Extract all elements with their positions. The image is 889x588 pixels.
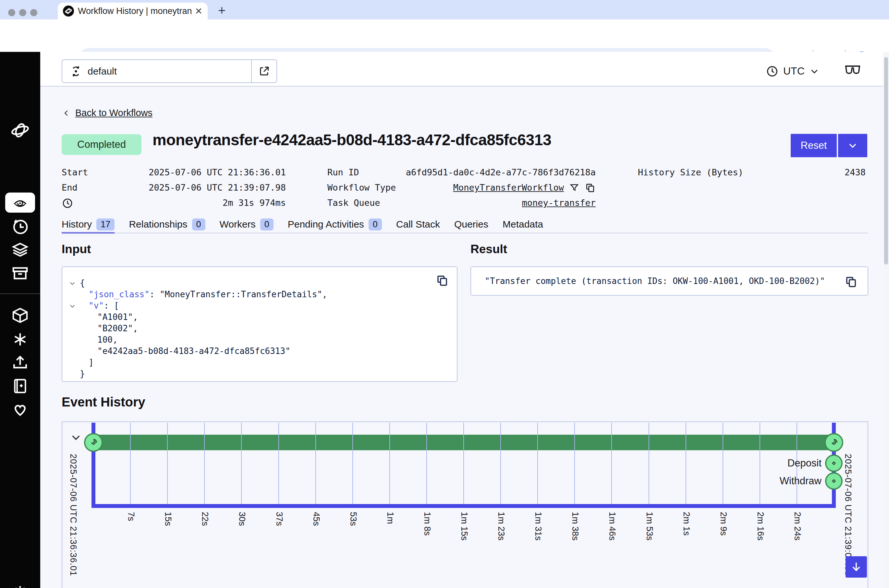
scroll-to-bottom-button[interactable] <box>845 556 867 578</box>
result-section-title: Result <box>471 243 507 256</box>
time-tick-label: 45s <box>311 512 321 526</box>
json-line: "A1001", <box>62 312 457 323</box>
reset-dropdown-button[interactable] <box>838 134 867 157</box>
sidebar-item-import[interactable] <box>11 354 29 372</box>
json-line: ] <box>62 357 457 368</box>
tab-pending-activities[interactable]: Pending Activities0 <box>288 217 382 232</box>
workflow-id-title: moneytransfer-e4242aa5-b08d-4183-a472-df… <box>152 131 551 149</box>
back-link-label: Back to Workflows <box>75 108 152 118</box>
run-id-value: a6fd95d1-da0c-4d2e-a77c-786f3d76218a <box>390 166 596 179</box>
clock-icon <box>766 65 779 78</box>
chevron-left-icon <box>62 108 71 118</box>
gridline <box>130 423 131 504</box>
json-line: } <box>62 368 457 380</box>
browser-tab-strip: Workflow History | moneytran ✕ + <box>0 0 889 20</box>
workflow-type-group: MoneyTransferWorkflow <box>390 181 596 194</box>
collapse-chevron-icon[interactable] <box>69 280 76 287</box>
time-tick-label: 15s <box>163 512 173 526</box>
time-tick-label: 2m 16s <box>755 512 766 541</box>
workflow-spiral-icon <box>89 438 98 447</box>
input-section-title: Input <box>62 243 91 256</box>
browser-window: Workflow History | moneytran ✕ + localho… <box>0 0 889 588</box>
duration-value: 2m 31s 974ms <box>104 196 286 209</box>
tab-relationships[interactable]: Relationships0 <box>129 217 205 232</box>
gridline <box>241 423 242 504</box>
task-queue-link[interactable]: money-transfer <box>522 198 596 208</box>
window-minimize-button[interactable] <box>19 9 26 16</box>
start-value: 2025-07-06 UTC 21:36:36.01 <box>104 166 286 179</box>
tab-close-icon[interactable]: ✕ <box>195 6 203 16</box>
copy-icon[interactable] <box>844 275 858 288</box>
theme-toggle-sun-icon[interactable] <box>11 584 29 588</box>
collapse-chevron-icon[interactable] <box>69 302 76 309</box>
gridline <box>278 423 279 504</box>
labs-glasses-icon[interactable] <box>844 63 862 78</box>
new-tab-button[interactable]: + <box>218 3 226 18</box>
tabs-divider <box>62 233 868 233</box>
tab-metadata[interactable]: Metadata <box>502 217 543 232</box>
sidebar-item-batch-operations[interactable] <box>11 240 29 259</box>
tab-count-badge: 0 <box>192 219 205 231</box>
copy-icon[interactable] <box>435 274 449 287</box>
activity-row-label: Deposit <box>737 454 821 472</box>
timeline-start-timestamp: 2025-07-06 UTC 21:36:36.01 <box>68 454 78 576</box>
namespace-selector[interactable]: default <box>62 59 277 83</box>
activity-event-marker-withdraw[interactable] <box>825 472 842 490</box>
tab-label: Relationships <box>129 219 187 230</box>
gridline <box>352 423 353 504</box>
end-label: End <box>62 181 78 194</box>
json-line: { <box>62 278 457 289</box>
window-zoom-button[interactable] <box>30 9 37 16</box>
time-tick-label: 2m 1s <box>681 512 691 536</box>
activity-row-label: Withdraw <box>737 472 821 490</box>
json-line: "B2002", <box>62 323 457 334</box>
timeline-panel: 2025-07-06 UTC 21:36:36.01 2025-07-06 UT… <box>62 422 868 588</box>
arrow-down-icon <box>850 561 863 573</box>
namespace-external-link-icon[interactable] <box>251 60 277 82</box>
namespace-switcher-icon <box>69 65 83 78</box>
activity-event-marker-deposit[interactable] <box>825 454 842 472</box>
chevron-down-icon <box>847 140 858 151</box>
sidebar-item-workflows[interactable] <box>5 192 35 213</box>
tab-queries[interactable]: Queries <box>454 217 488 232</box>
workflow-end-event-marker[interactable] <box>824 433 843 452</box>
json-line: 100, <box>62 334 457 345</box>
sidebar-item-docs[interactable] <box>11 377 29 395</box>
tab-title: Workflow History | moneytran <box>78 6 193 16</box>
workflow-start-event-marker[interactable] <box>84 433 103 452</box>
timezone-label: UTC <box>783 65 805 77</box>
tab-history[interactable]: History17 <box>62 217 114 234</box>
workflows-eye-icon <box>12 195 29 210</box>
tab-call-stack[interactable]: Call Stack <box>396 217 440 232</box>
gridline <box>500 423 501 504</box>
gridline <box>722 423 723 504</box>
sidebar-item-labs[interactable] <box>11 330 29 348</box>
result-value: "Transfer complete (transaction IDs: OKW… <box>485 276 825 286</box>
time-tick-label: 1m 8s <box>422 512 432 536</box>
gridline <box>537 423 538 504</box>
browser-tab[interactable]: Workflow History | moneytran ✕ <box>58 3 208 20</box>
page-scrollbar-thumb[interactable] <box>884 57 888 264</box>
tab-count-badge: 0 <box>369 219 382 231</box>
workflow-type-label: Workflow Type <box>327 181 396 194</box>
window-close-button[interactable] <box>8 9 15 16</box>
timeline-collapse-chevron-icon[interactable] <box>70 432 82 443</box>
workflow-type-link[interactable]: MoneyTransferWorkflow <box>453 181 564 194</box>
timezone-selector[interactable]: UTC <box>766 59 820 83</box>
tab-label: Workers <box>220 219 256 230</box>
tab-label: Call Stack <box>396 219 440 230</box>
time-tick-label: 22s <box>200 512 210 526</box>
copy-icon[interactable] <box>585 182 596 193</box>
temporal-logo-icon[interactable] <box>10 121 30 140</box>
input-code-block: {"json_class": "MoneyTransfer::TransferD… <box>62 267 457 382</box>
sidebar-item-archive[interactable] <box>11 264 29 282</box>
sidebar-item-schedules[interactable] <box>11 218 29 236</box>
filter-funnel-icon[interactable] <box>569 183 579 193</box>
sidebar-item-feedback[interactable] <box>11 400 29 418</box>
back-to-workflows-link[interactable]: Back to Workflows <box>62 108 152 118</box>
reset-button[interactable]: Reset <box>791 134 837 157</box>
sidebar-item-nexus[interactable] <box>11 306 29 324</box>
tab-workers[interactable]: Workers0 <box>220 217 274 232</box>
time-tick-label: 1m 53s <box>644 512 654 541</box>
task-queue-value: money-transfer <box>390 196 596 209</box>
